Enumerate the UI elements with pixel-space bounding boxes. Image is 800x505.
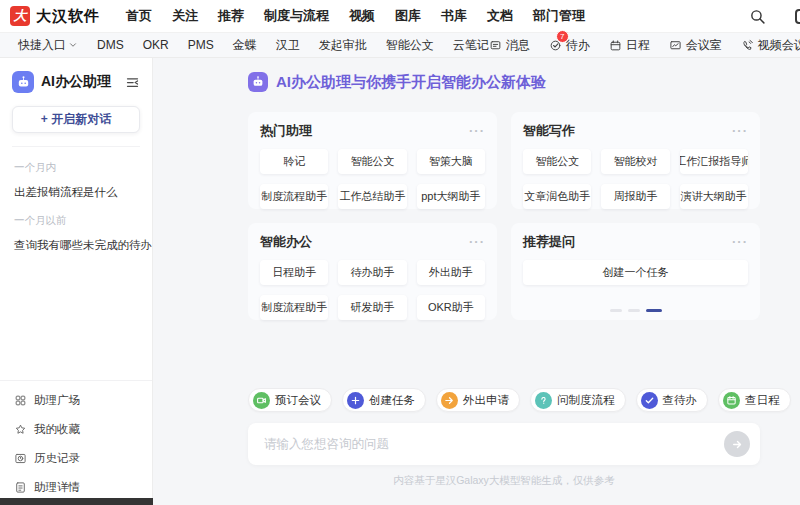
suggested-question-button[interactable]: 创建一个任务 <box>523 260 748 285</box>
quick-entry-dropdown[interactable]: 快捷入口 <box>18 37 78 54</box>
quick-action-chips: 预订会议 创建任务 外出申请 问制度流程 <box>248 388 760 412</box>
card-smart-writing: 智能写作 ··· 智能公文 智能校对 工作汇报指导师 文章润色助手 周报助手 演… <box>511 112 760 209</box>
more-icon[interactable]: ··· <box>732 238 748 246</box>
chip-label: 预订会议 <box>275 393 321 408</box>
sidebar-horizontal-scrollbar[interactable] <box>0 498 153 505</box>
assistant-button[interactable]: 制度流程助手 <box>260 295 328 320</box>
assistant-button[interactable]: 聆记 <box>260 149 328 174</box>
chip-label: 外出申请 <box>463 393 509 408</box>
nav-item-recommend[interactable]: 推荐 <box>218 7 244 25</box>
main-panel: AI办公助理与你携手开启智能办公新体验 热门助理 ··· 聆记 智能公文 智策大… <box>153 58 800 505</box>
more-icon[interactable]: ··· <box>469 238 485 246</box>
util-schedule-label: 日程 <box>626 37 650 54</box>
pagination-dots <box>511 309 760 312</box>
quick-link-kingdee[interactable]: 金蝶 <box>233 37 257 54</box>
chip-out-request[interactable]: 外出申请 <box>436 388 520 412</box>
pagination-dash-active[interactable] <box>646 309 662 312</box>
card-title: 热门助理 <box>260 122 312 140</box>
chip-label: 查日程 <box>745 393 780 408</box>
assistant-button[interactable]: 外出助手 <box>417 260 485 285</box>
nav-item-home[interactable]: 首页 <box>126 7 152 25</box>
sidebar-item-favorites[interactable]: 我的收藏 <box>0 415 152 444</box>
chip-check-todos[interactable]: 查待办 <box>636 388 709 412</box>
quick-entry-label: 快捷入口 <box>18 37 66 54</box>
quick-link-start-approval[interactable]: 发起审批 <box>319 37 367 54</box>
chip-ask-policy[interactable]: 问制度流程 <box>530 388 626 412</box>
search-icon[interactable] <box>749 8 766 25</box>
assistant-card-grid: 热门助理 ··· 聆记 智能公文 智策大脑 制度流程助手 工作总结助手 ppt大… <box>248 112 760 320</box>
util-video-conference[interactable]: 视频会议 <box>741 37 800 54</box>
pagination-dash[interactable] <box>628 309 640 312</box>
assistant-button[interactable]: 日程助手 <box>260 260 328 285</box>
assistant-button[interactable]: 智能公文 <box>338 149 406 174</box>
util-messages[interactable]: 消息 <box>489 37 530 54</box>
collapse-sidebar-icon[interactable] <box>123 73 142 92</box>
calendar-icon <box>723 392 740 409</box>
assistant-button[interactable]: 演讲大纲助手 <box>680 184 748 209</box>
util-meeting-room[interactable]: 会议室 <box>669 37 722 54</box>
calendar-icon <box>609 39 622 52</box>
nav-item-follow[interactable]: 关注 <box>172 7 198 25</box>
nav-item-library[interactable]: 书库 <box>441 7 467 25</box>
assistant-button[interactable]: OKR助手 <box>417 295 485 320</box>
ai-assistant-sidebar: AI办公助理 + 开启新对话 一个月内 出差报销流程是什么 一个月以前 查询我有… <box>0 58 153 505</box>
assistant-button[interactable]: 工作总结助手 <box>338 184 406 209</box>
chat-input[interactable] <box>262 436 724 452</box>
nav-item-dept-admin[interactable]: 部门管理 <box>533 7 585 25</box>
top-bar: 大 大汉软件 首页 关注 推荐 制度与流程 视频 图库 书库 文档 部门管理 <box>0 0 800 32</box>
quick-link-cloud-notes[interactable]: 云笔记 <box>453 37 489 54</box>
page-title: AI办公助理与你携手开启智能办公新体验 <box>248 72 760 92</box>
assistant-button[interactable]: 智能公文 <box>523 149 591 174</box>
assistant-button[interactable]: 智能校对 <box>601 149 669 174</box>
brand-name: 大汉软件 <box>36 7 100 26</box>
util-video-conference-label: 视频会议 <box>758 37 800 54</box>
new-chat-button[interactable]: + 开启新对话 <box>12 106 140 133</box>
apps-icon[interactable] <box>795 9 800 24</box>
history-item[interactable]: 查询我有哪些未完成的待办 <box>0 228 152 253</box>
assistant-button[interactable]: 智策大脑 <box>417 149 485 174</box>
quick-access-bar: 快捷入口 DMS OKR PMS 金蝶 汉卫 发起审批 智能公文 云笔记 消息 … <box>0 32 800 58</box>
quick-link-smart-doc[interactable]: 智能公文 <box>386 37 434 54</box>
video-camera-icon <box>253 392 270 409</box>
assistant-button[interactable]: 研发助手 <box>338 295 406 320</box>
chip-check-schedule[interactable]: 查日程 <box>718 388 791 412</box>
assistant-button[interactable]: 待办助手 <box>338 260 406 285</box>
util-todos[interactable]: 7 待办 <box>549 37 590 54</box>
pagination-dash[interactable] <box>610 309 622 312</box>
sidebar-item-assistant-plaza[interactable]: 助理广场 <box>0 386 152 415</box>
sidebar-item-label: 助理详情 <box>34 480 80 495</box>
message-icon <box>489 39 502 52</box>
quick-link-pms[interactable]: PMS <box>188 38 214 52</box>
chevron-down-icon <box>68 40 78 50</box>
history-icon <box>14 452 27 465</box>
chip-create-task[interactable]: 创建任务 <box>342 388 426 412</box>
assistant-button[interactable]: 周报助手 <box>601 184 669 209</box>
brand-logo[interactable]: 大 大汉软件 <box>10 6 100 26</box>
quick-link-dms[interactable]: DMS <box>97 38 124 52</box>
nav-item-policy-process[interactable]: 制度与流程 <box>264 7 329 25</box>
history-item[interactable]: 出差报销流程是什么 <box>0 175 152 200</box>
plus-icon <box>347 392 364 409</box>
quick-link-hanwei[interactable]: 汉卫 <box>276 37 300 54</box>
nav-item-video[interactable]: 视频 <box>349 7 375 25</box>
assistant-button[interactable]: 文章润色助手 <box>523 184 591 209</box>
util-schedule[interactable]: 日程 <box>609 37 650 54</box>
more-icon[interactable]: ··· <box>469 127 485 135</box>
star-icon <box>14 423 27 436</box>
assistant-button[interactable]: 制度流程助手 <box>260 184 328 209</box>
top-nav: 首页 关注 推荐 制度与流程 视频 图库 书库 文档 部门管理 <box>126 7 585 25</box>
nav-item-gallery[interactable]: 图库 <box>395 7 421 25</box>
nav-item-docs[interactable]: 文档 <box>487 7 513 25</box>
quick-link-okr[interactable]: OKR <box>143 38 169 52</box>
assistant-button[interactable]: 工作汇报指导师 <box>680 149 748 174</box>
send-button[interactable] <box>724 431 750 457</box>
brand-logo-icon: 大 <box>10 6 30 26</box>
assistant-button[interactable]: ppt大纲助手 <box>417 184 485 209</box>
more-icon[interactable]: ··· <box>732 127 748 135</box>
todo-badge: 7 <box>556 30 569 43</box>
chip-book-meeting[interactable]: 预订会议 <box>248 388 332 412</box>
ai-disclaimer: 内容基于星汉Galaxy大模型智能生成，仅供参考 <box>248 474 760 488</box>
sidebar-item-history[interactable]: 历史记录 <box>0 444 152 473</box>
sidebar-footer-menu: 助理广场 我的收藏 历史记录 助理详情 <box>0 380 152 505</box>
util-messages-label: 消息 <box>506 37 530 54</box>
